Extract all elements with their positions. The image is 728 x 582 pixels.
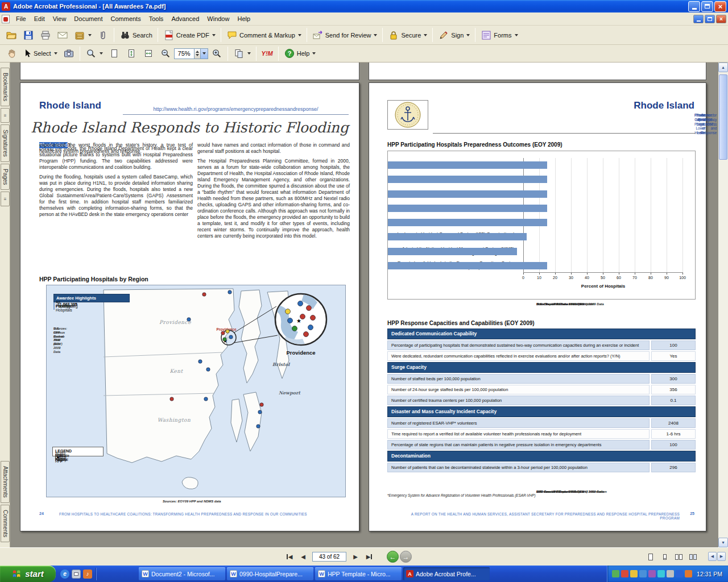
tray-icon[interactable] [676, 570, 683, 577]
last-page-button[interactable]: ▶ [363, 551, 375, 563]
hand-tool-button[interactable] [3, 46, 20, 61]
open-button[interactable] [3, 27, 20, 43]
tray-icon[interactable] [657, 570, 665, 577]
view-facing-button[interactable] [672, 551, 685, 563]
fit-width-button[interactable] [140, 46, 157, 61]
previous-page-button[interactable]: ◀ [297, 551, 309, 563]
quicklaunch-ie-icon[interactable]: e [60, 569, 69, 579]
sign-button[interactable]: Sign [435, 27, 473, 43]
tray-icon[interactable] [612, 570, 619, 577]
previous-view-button[interactable]: ← [387, 551, 399, 563]
comment-markup-button[interactable]: Comment & Markup [224, 27, 304, 43]
send-for-review-button[interactable]: Send for Review [309, 27, 380, 43]
layers-tab-icon[interactable]: ≡ [1, 108, 10, 123]
view-continuous-button[interactable] [658, 551, 671, 563]
organizer-button[interactable] [71, 27, 94, 43]
next-page-button[interactable]: ▶ [349, 551, 362, 563]
menu-item-advanced[interactable]: Advanced [167, 14, 203, 24]
select-tool-button[interactable]: Select [20, 46, 60, 61]
mdi-close-button[interactable]: × [716, 15, 726, 23]
tray-icon[interactable] [685, 570, 692, 577]
menu-item-view[interactable]: View [49, 14, 71, 24]
scrollbar-thumb[interactable] [719, 74, 727, 160]
tray-icon[interactable] [648, 570, 656, 577]
sidebar-tab-signatures[interactable]: Signatures [1, 124, 10, 162]
vertical-scrollbar[interactable]: ▲ ▼ [718, 63, 728, 547]
menu-item-comments[interactable]: Comments [107, 14, 145, 24]
next-view-button[interactable]: → [400, 551, 412, 563]
print-button[interactable] [37, 27, 54, 43]
close-button[interactable]: × [714, 1, 726, 12]
page-layout-button[interactable] [230, 46, 254, 61]
scroll-right-button[interactable]: ▶ [717, 552, 726, 561]
maximize-button[interactable] [701, 1, 713, 12]
paperclip-icon [97, 30, 109, 41]
taskbar-window-button[interactable]: WHPP Template - Micro... [315, 567, 402, 580]
save-icon [23, 30, 34, 41]
tray-icon[interactable] [621, 570, 628, 577]
email-button[interactable] [54, 27, 71, 43]
tray-icon[interactable] [639, 570, 647, 577]
zoom-out-button[interactable] [157, 46, 174, 61]
sidebar-tab-attachments[interactable]: Attachments [1, 461, 10, 503]
sidebar-tab-pages[interactable]: Pages [1, 164, 10, 190]
menu-item-file[interactable]: File [12, 14, 30, 24]
taskbar-window-button[interactable]: W0990-HospitalPrepare... [227, 567, 313, 580]
actual-size-button[interactable] [106, 46, 123, 61]
map-legend: LEGEND HPP FacilityNDMS HospitalNDMS & H… [52, 447, 104, 456]
menu-item-window[interactable]: Window [203, 14, 233, 24]
yahoo-messenger-button[interactable]: Y!M [259, 46, 276, 61]
howto-tab-icon[interactable]: ≡ [1, 192, 10, 206]
table-row-value: 0.1 [651, 396, 696, 405]
mdi-restore-button[interactable] [705, 15, 715, 23]
tray-icons [612, 570, 692, 577]
create-pdf-button[interactable]: Create PDF [160, 27, 218, 43]
tray-icon[interactable] [630, 570, 638, 577]
menu-item-tools[interactable]: Tools [145, 14, 168, 24]
toolbar-separator [221, 28, 221, 42]
table-row: Number of staffed beds per 100,000 popul… [387, 374, 696, 384]
search-button[interactable]: Search [117, 27, 155, 43]
taskbar-window-button[interactable]: WDocument2 - Microsof... [139, 567, 225, 580]
left-arrow-icon: ◀ [301, 554, 305, 560]
fit-page-button[interactable] [123, 46, 140, 61]
zoom-level-combobox[interactable]: 75% [174, 48, 201, 59]
left-arrow-icon: ◀ [288, 554, 293, 560]
table-row-label: Time required to report a verified list … [387, 429, 650, 439]
mdi-minimize-button[interactable] [693, 15, 704, 23]
document-area[interactable]: Rhode Island http://www.health.ri.gov/pr… [10, 63, 718, 547]
menu-item-document[interactable]: Document [70, 14, 106, 24]
tray-clock[interactable]: 12:31 PM [697, 571, 722, 577]
toolbar-separator [80, 47, 80, 61]
save-button[interactable] [20, 27, 37, 43]
header-rule [123, 114, 349, 115]
tray-icon[interactable] [667, 570, 674, 577]
scroll-down-button[interactable]: ▼ [718, 538, 728, 547]
taskbar-window-button[interactable]: AAdobe Acrobat Profe... [403, 567, 490, 580]
attach-button[interactable] [94, 27, 111, 43]
menu-item-edit[interactable]: Edit [30, 14, 49, 24]
zoom-in-button[interactable] [208, 46, 225, 61]
forms-button[interactable]: Forms [478, 27, 520, 43]
snapshot-tool-button[interactable] [60, 46, 77, 61]
scroll-up-button[interactable]: ▲ [718, 63, 728, 72]
yahoo-messenger-label: Y!M [262, 50, 273, 57]
help-button[interactable]: ?Help [281, 46, 319, 61]
first-page-button[interactable]: ◀ [283, 551, 296, 563]
zoom-spinner[interactable] [194, 49, 200, 59]
sidebar-tab-comments[interactable]: Comments [1, 505, 10, 542]
quicklaunch-app-icon[interactable]: ♪ [83, 569, 92, 579]
zoom-tool-button[interactable] [82, 46, 106, 61]
view-continuous-facing-button[interactable] [686, 551, 700, 563]
state-health-url[interactable]: http://www.health.ri.gov/programs/emerge… [123, 106, 349, 112]
secure-button[interactable]: Secure [385, 27, 430, 43]
minimize-button[interactable] [688, 1, 700, 12]
menu-item-help[interactable]: Help [233, 14, 254, 24]
zoom-dropdown-button[interactable] [201, 48, 208, 59]
view-single-page-button[interactable] [644, 551, 657, 563]
scroll-left-button[interactable]: ◀ [708, 552, 717, 561]
page-number-field[interactable]: 43 of 62 [312, 552, 346, 562]
sidebar-tab-bookmarks[interactable]: Bookmarks [1, 68, 10, 106]
start-button[interactable]: start [0, 566, 56, 582]
quicklaunch-show-desktop-icon[interactable] [72, 569, 81, 579]
